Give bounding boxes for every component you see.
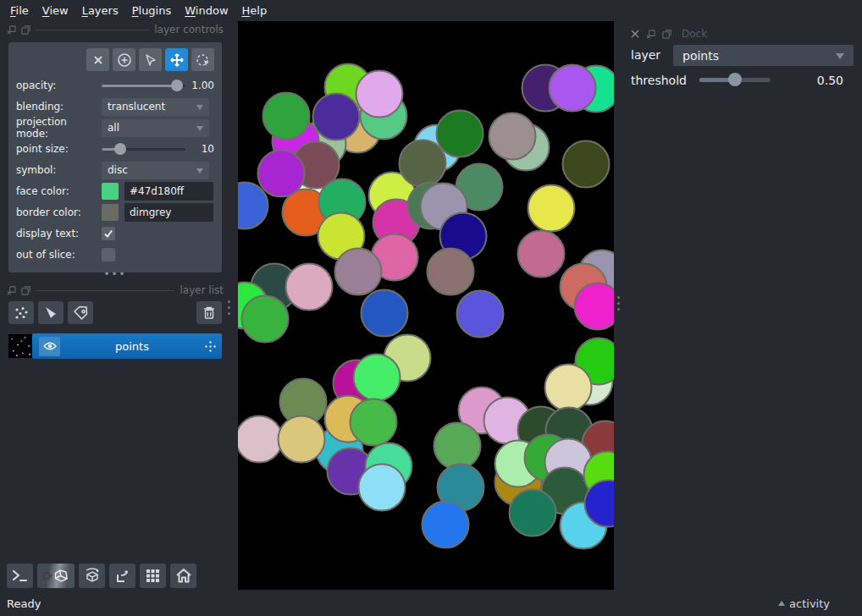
new-labels-layer-button[interactable] <box>68 301 93 324</box>
float-panel-icon[interactable] <box>7 286 16 295</box>
canvas-point[interactable] <box>422 501 470 549</box>
labels-layer-icon <box>73 305 88 321</box>
display-text-row: display text: <box>16 224 214 243</box>
canvas-point[interactable] <box>278 415 326 464</box>
menu-file[interactable]: File <box>3 3 36 19</box>
canvas-point[interactable] <box>334 248 383 296</box>
symbol-dropdown[interactable]: disc <box>102 162 209 179</box>
delete-selected-points-button[interactable] <box>86 48 109 71</box>
left-splitter-handle[interactable] <box>228 300 230 315</box>
chevron-down-icon <box>196 105 203 113</box>
transpose-dimensions-button[interactable] <box>109 564 135 588</box>
border-color-input[interactable] <box>124 203 213 222</box>
layer-row-selected[interactable]: points <box>32 333 222 359</box>
transpose-icon <box>114 568 131 585</box>
new-points-layer-button[interactable] <box>8 301 34 324</box>
menu-window[interactable]: Window <box>178 3 235 19</box>
canvas-point[interactable] <box>358 464 406 512</box>
dock-titlebar: Dock <box>631 28 707 40</box>
canvas-point[interactable] <box>528 184 576 233</box>
point-size-slider[interactable] <box>102 140 185 158</box>
canvas-point[interactable] <box>257 150 306 198</box>
home-icon <box>176 569 191 583</box>
canvas-point[interactable] <box>574 283 615 331</box>
check-icon <box>103 228 113 239</box>
projection-mode-value: all <box>108 122 119 134</box>
viewer-buttons <box>7 564 196 588</box>
blending-dropdown[interactable]: translucent <box>102 98 209 116</box>
out-of-slice-checkbox[interactable] <box>102 248 115 261</box>
close-icon[interactable] <box>631 30 639 38</box>
viewer-canvas[interactable] <box>238 21 614 590</box>
roll-dimensions-button[interactable] <box>79 564 105 588</box>
menu-layers[interactable]: Layers <box>75 3 125 19</box>
canvas-point[interactable] <box>517 230 566 278</box>
projection-mode-dropdown[interactable]: all <box>102 119 209 137</box>
canvas-point[interactable] <box>238 415 284 464</box>
canvas-point[interactable] <box>356 70 404 118</box>
opacity-slider[interactable] <box>102 76 185 95</box>
face-color-input[interactable] <box>124 182 213 201</box>
canvas-point[interactable] <box>312 93 361 141</box>
chevron-down-icon <box>196 168 203 177</box>
canvas-point[interactable] <box>544 364 593 412</box>
menu-help[interactable]: Help <box>235 3 274 19</box>
projection-mode-row: projection mode: all <box>16 118 214 137</box>
select-points-button[interactable] <box>139 48 162 71</box>
menu-bar: FileViewLayersPluginsWindowHelp <box>0 0 862 20</box>
maximize-panel-icon[interactable] <box>21 286 30 295</box>
home-button[interactable] <box>170 564 196 588</box>
border-color-swatch[interactable] <box>102 204 119 221</box>
out-of-slice-label: out of slice: <box>16 249 102 261</box>
maximize-panel-icon[interactable] <box>21 25 30 35</box>
layer-thumbnail[interactable] <box>8 334 32 358</box>
delete-layer-button[interactable] <box>196 301 222 324</box>
add-points-button[interactable] <box>113 48 135 71</box>
opacity-label: opacity: <box>16 80 102 91</box>
lasso-select-button[interactable] <box>191 48 214 71</box>
layer-list-buttons <box>8 301 222 324</box>
opacity-slider-handle[interactable] <box>171 80 183 91</box>
ndisplay-toggle-button[interactable] <box>37 564 75 588</box>
dock-layer-dropdown[interactable]: points <box>673 45 854 66</box>
menu-plugins[interactable]: Plugins <box>125 3 179 19</box>
title-separator-line <box>36 30 149 30</box>
opacity-value: 1.00 <box>185 80 214 91</box>
point-size-slider-handle[interactable] <box>114 143 126 155</box>
float-panel-icon[interactable] <box>646 30 655 39</box>
trash-icon <box>202 305 216 320</box>
activity-button[interactable]: activity <box>778 597 830 610</box>
threshold-slider[interactable] <box>699 71 771 88</box>
pan-zoom-button[interactable] <box>165 48 188 71</box>
console-button[interactable] <box>7 564 33 588</box>
canvas-point[interactable] <box>427 248 475 296</box>
face-color-swatch[interactable] <box>102 183 119 200</box>
canvas-point[interactable] <box>549 64 597 113</box>
threshold-slider-handle[interactable] <box>728 73 742 86</box>
right-splitter-handle[interactable] <box>617 296 620 311</box>
canvas-point[interactable] <box>353 354 401 402</box>
canvas-point[interactable] <box>361 289 409 338</box>
new-shapes-layer-button[interactable] <box>38 301 64 324</box>
layer-row-points[interactable]: points <box>8 333 222 359</box>
chevron-down-icon <box>836 53 844 63</box>
canvas-point[interactable] <box>262 92 311 140</box>
canvas-point[interactable] <box>350 399 398 447</box>
canvas-point[interactable] <box>562 140 611 189</box>
layer-visibility-button[interactable] <box>39 337 60 356</box>
menu-view[interactable]: View <box>36 3 75 19</box>
canvas-point[interactable] <box>399 140 447 188</box>
canvas-point[interactable] <box>241 295 290 344</box>
canvas-point[interactable] <box>285 263 334 311</box>
canvas-point[interactable] <box>509 489 557 537</box>
maximize-panel-icon[interactable] <box>662 30 671 39</box>
grid-view-button[interactable] <box>140 564 166 588</box>
canvas-point[interactable] <box>489 113 537 161</box>
symbol-row: symbol: disc <box>16 161 214 179</box>
roll-cube-icon <box>83 568 102 585</box>
cursor-arrow-icon <box>144 53 157 67</box>
float-panel-icon[interactable] <box>7 25 16 35</box>
panel-resize-handle[interactable]: ••• <box>8 271 222 278</box>
canvas-point[interactable] <box>456 290 505 338</box>
display-text-checkbox[interactable] <box>102 227 115 240</box>
